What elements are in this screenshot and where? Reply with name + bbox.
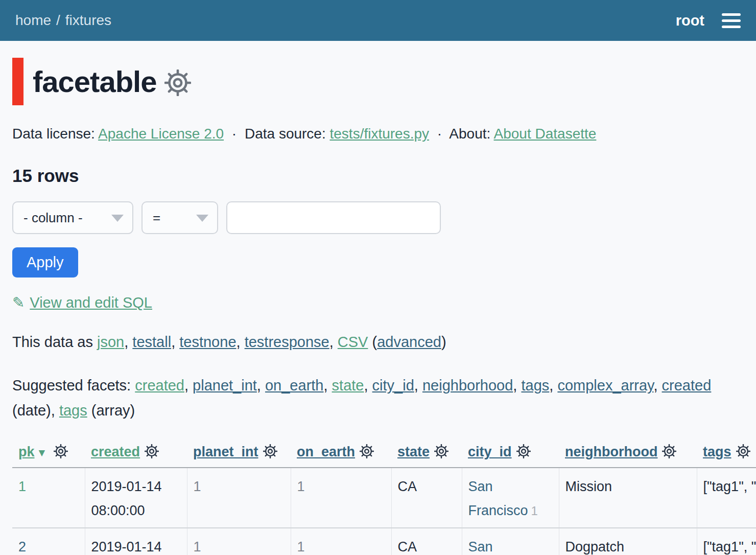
column-gear-icon-created[interactable] [145, 444, 159, 458]
column-gear-icon-planet_int[interactable] [263, 444, 277, 458]
column-header-tags: tags [697, 441, 756, 468]
facet-link-neighborhood[interactable]: neighborhood [422, 377, 513, 394]
column-header-link-state[interactable]: state [397, 444, 430, 459]
source-label: Data source: [245, 126, 326, 142]
cell-tags: ["tag1", "tag3"] [697, 528, 756, 555]
row-pk-link[interactable]: 2 [18, 539, 26, 554]
facet-link-created[interactable]: created [135, 377, 184, 394]
city-link[interactable]: San Francisco [468, 479, 528, 518]
column-header-neighborhood: neighborhood [559, 441, 697, 468]
pencil-icon: ✎ [12, 294, 25, 311]
cell-neighborhood: Mission [559, 468, 697, 528]
column-header-link-tags[interactable]: tags [703, 444, 731, 459]
facet-link-planet_int[interactable]: planet_int [193, 377, 257, 394]
column-header-pk: pk▼ [12, 441, 85, 468]
title-row: facetable [12, 58, 744, 105]
column-header-link-pk[interactable]: pk [18, 444, 35, 459]
column-gear-icon-city_id[interactable] [516, 444, 531, 458]
metadata-line: Data license: Apache License 2.0 · Data … [12, 126, 744, 142]
breadcrumb: home/fixtures [15, 12, 111, 29]
cell-neighborhood: Dogpatch [559, 528, 697, 555]
column-header-created: created [85, 441, 187, 468]
column-header-planet_int: planet_int [187, 441, 291, 468]
export-link-testall[interactable]: testall [132, 334, 171, 350]
filter-column-select[interactable]: - column - [12, 201, 133, 234]
page-title: facetable [33, 67, 156, 97]
column-header-city_id: city_id [462, 441, 559, 468]
cell-created: 2019-01-14 08:00:00 [85, 468, 187, 528]
cell-created: 2019-01-14 08:00:00 [85, 528, 187, 555]
column-header-link-neighborhood[interactable]: neighborhood [565, 444, 657, 459]
source-link[interactable]: tests/fixtures.py [330, 126, 430, 142]
cell-on_earth: 1 [291, 468, 391, 528]
dot-separator: · [232, 126, 237, 142]
about-label: About: [449, 126, 490, 142]
top-nav: home/fixtures root [0, 0, 756, 41]
export-link-advanced[interactable]: advanced [377, 334, 441, 350]
filter-value-input[interactable] [226, 201, 441, 234]
export-link-csv[interactable]: CSV [338, 334, 368, 350]
facet-link-complex_array[interactable]: complex_array [557, 377, 653, 394]
row-pk-link[interactable]: 1 [18, 479, 26, 494]
column-header-link-city_id[interactable]: city_id [468, 444, 512, 459]
column-header-link-created[interactable]: created [91, 444, 140, 459]
facet-link-tags[interactable]: tags [521, 377, 549, 394]
column-gear-icon-pk[interactable] [54, 444, 68, 458]
row-count-heading: 15 rows [12, 166, 744, 186]
export-link-testresponse[interactable]: testresponse [245, 334, 329, 350]
view-edit-sql-link[interactable]: View and edit SQL [30, 294, 152, 311]
export-links-line: This data as json, testall, testnone, te… [12, 334, 744, 351]
cell-state: CA [391, 468, 462, 528]
license-label: Data license: [12, 126, 95, 142]
apply-button[interactable]: Apply [12, 247, 78, 278]
table-settings-gear-icon[interactable] [164, 70, 191, 96]
column-header-state: state [391, 441, 462, 468]
column-gear-icon-state[interactable] [434, 444, 448, 458]
data-table: pk▼createdplanet_inton_earthstatecity_id… [12, 441, 756, 555]
license-link[interactable]: Apache License 2.0 [98, 126, 224, 142]
table-body: 12019-01-14 08:00:0011CASan Francisco1Mi… [12, 468, 756, 555]
column-header-on_earth: on_earth [291, 441, 391, 468]
filter-row: - column - = [12, 201, 744, 234]
column-gear-icon-neighborhood[interactable] [662, 444, 676, 458]
breadcrumb-home-link[interactable]: home [15, 12, 51, 28]
facet-link-city_id[interactable]: city_id [372, 377, 414, 394]
table-row: 12019-01-14 08:00:0011CASan Francisco1Mi… [12, 468, 756, 528]
table-header-row: pk▼createdplanet_inton_earthstatecity_id… [12, 441, 756, 468]
filter-operator-select[interactable]: = [141, 201, 218, 234]
hamburger-menu-icon[interactable] [722, 10, 741, 32]
cell-planet_int: 1 [187, 528, 291, 555]
cell-tags: ["tag1", "tag2"] [697, 468, 756, 528]
cell-on_earth: 1 [291, 528, 391, 555]
column-header-link-on_earth[interactable]: on_earth [297, 444, 355, 459]
column-gear-icon-on_earth[interactable] [360, 444, 374, 458]
column-gear-icon-tags[interactable] [736, 444, 750, 458]
breadcrumb-separator: / [56, 12, 60, 28]
facet-link-state[interactable]: state [332, 377, 364, 394]
cell-pk: 1 [12, 468, 85, 528]
facet-link-tags[interactable]: tags [59, 402, 87, 419]
about-link[interactable]: About Datasette [494, 126, 597, 142]
cell-city_id: San Francisco1 [462, 468, 559, 528]
cell-pk: 2 [12, 528, 85, 555]
cell-city_id: San Francisco1 [462, 528, 559, 555]
breadcrumb-fixtures-link[interactable]: fixtures [65, 12, 111, 28]
export-link-json[interactable]: json [97, 334, 124, 350]
column-header-link-planet_int[interactable]: planet_int [193, 444, 258, 459]
facet-link-created[interactable]: created [662, 377, 712, 394]
title-accent-bar [12, 58, 23, 105]
cell-state: CA [391, 528, 462, 555]
sql-edit-row: ✎View and edit SQL [12, 294, 744, 311]
user-label[interactable]: root [676, 12, 704, 29]
table-row: 22019-01-14 08:00:0011CASan Francisco1Do… [12, 528, 756, 555]
dot-separator: · [437, 126, 442, 142]
export-link-testnone[interactable]: testnone [179, 334, 236, 350]
city-link[interactable]: San Francisco [468, 539, 528, 555]
main-content: facetable Data license: Apache License 2… [0, 58, 756, 555]
city-id-value: 1 [531, 504, 538, 518]
facet-link-on_earth[interactable]: on_earth [265, 377, 324, 394]
cell-planet_int: 1 [187, 468, 291, 528]
nav-right: root [676, 10, 741, 32]
table-wrap: pk▼createdplanet_inton_earthstatecity_id… [12, 441, 744, 555]
suggested-facets-line: Suggested facets: created, planet_int, o… [12, 373, 742, 423]
